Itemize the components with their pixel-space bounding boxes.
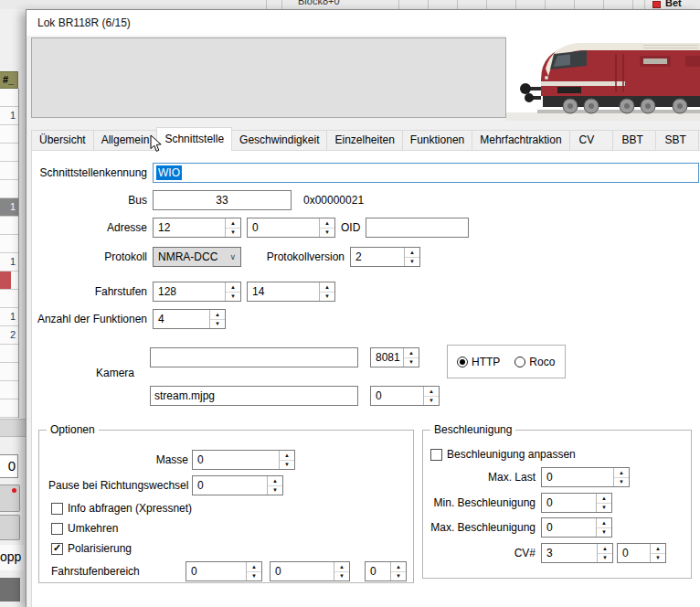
spinner-buttons[interactable]: ▲▼ — [267, 476, 282, 495]
tab-einzelheiten[interactable]: Einzelheiten — [326, 130, 402, 150]
spin-down-icon[interactable]: ▼ — [614, 478, 629, 487]
stop-button-fragment[interactable]: opp — [0, 545, 24, 570]
spin-down-icon[interactable]: ▼ — [391, 572, 406, 581]
spin-up-icon[interactable]: ▲ — [247, 562, 261, 572]
max-beschleunigung-spinner[interactable]: ▲▼ — [541, 517, 612, 538]
radio-http[interactable]: HTTP — [457, 356, 500, 368]
protokollversion-spinner[interactable]: ▲▼ — [350, 247, 420, 267]
spin-up-icon[interactable]: ▲ — [334, 562, 349, 572]
fahrstufenbereich-spinner-3[interactable]: ▲▼ — [365, 561, 407, 581]
cv-spinner-2[interactable]: ▲▼ — [617, 543, 666, 563]
pause-spinner[interactable]: ▲▼ — [192, 475, 283, 495]
table-row[interactable] — [0, 180, 18, 198]
spin-up-icon[interactable]: ▲ — [404, 348, 419, 358]
checkbox-polarisierung[interactable]: ✓ Polarisierung — [51, 541, 132, 556]
spinner-buttons[interactable]: ▲▼ — [225, 282, 240, 301]
table-row[interactable] — [0, 290, 18, 308]
dialog-titlebar[interactable]: Lok BR118R (6/15) — [27, 10, 700, 36]
spinner-buttons[interactable]: ▲▼ — [319, 282, 334, 301]
table-row[interactable] — [0, 345, 18, 363]
fahrstufenbereich-input-1[interactable] — [186, 562, 246, 580]
kennung-input[interactable]: WIO — [153, 163, 699, 183]
adresse2-spinner[interactable]: ▲▼ — [247, 218, 335, 238]
kamera-stream-port-spinner[interactable]: ▲▼ — [370, 386, 440, 406]
fahrstufenbereich-input-2[interactable] — [270, 562, 334, 580]
spinner-buttons[interactable]: ▲▼ — [209, 310, 225, 328]
table-row[interactable]: 1 — [0, 253, 18, 272]
masse-spinner[interactable]: ▲▼ — [192, 450, 295, 470]
fahrstufenbereich-input-3[interactable] — [366, 562, 390, 580]
max-last-input[interactable] — [542, 468, 613, 486]
spin-down-icon[interactable]: ▼ — [226, 293, 240, 302]
spinner-buttons[interactable]: ▲▼ — [403, 348, 419, 367]
spin-down-icon[interactable]: ▼ — [598, 554, 612, 563]
spin-down-icon[interactable]: ▼ — [247, 572, 261, 581]
tab-mehrfachtraktion[interactable]: Mehrfachtraktion — [472, 130, 569, 150]
spin-up-icon[interactable]: ▲ — [597, 494, 611, 504]
tab-bbt[interactable]: BBT — [612, 130, 656, 150]
spinner-buttons[interactable]: ▲▼ — [597, 544, 612, 562]
spin-up-icon[interactable]: ▲ — [268, 476, 282, 486]
anzahl-funktionen-input[interactable] — [154, 310, 209, 328]
table-row[interactable]: 2 — [0, 326, 18, 345]
kamera-url-input[interactable] — [150, 347, 358, 367]
anzahl-funktionen-spinner[interactable]: ▲▼ — [153, 309, 226, 329]
max-last-spinner[interactable]: ▲▼ — [541, 467, 630, 487]
spinner-buttons[interactable]: ▲▼ — [390, 562, 406, 580]
radio-roco[interactable]: Roco — [514, 356, 555, 368]
spin-up-icon[interactable]: ▲ — [598, 544, 612, 554]
table-row[interactable]: 1 — [0, 107, 18, 125]
adresse-spinner[interactable]: ▲▼ — [153, 218, 241, 238]
spin-up-icon[interactable]: ▲ — [614, 468, 629, 478]
spin-down-icon[interactable]: ▼ — [597, 504, 611, 513]
spin-down-icon[interactable]: ▼ — [210, 320, 225, 329]
tab-geschwindigkeit[interactable]: Geschwindigkeit — [231, 130, 327, 150]
checkbox-umkehren[interactable]: ✓ Umkehren — [51, 521, 118, 536]
spin-down-icon[interactable]: ▼ — [651, 554, 665, 563]
table-row[interactable] — [0, 144, 18, 162]
spinner-buttons[interactable]: ▲▼ — [596, 494, 611, 512]
tab-schnittstelle[interactable]: Schnittstelle — [156, 127, 232, 151]
table-row[interactable]: 1 — [0, 308, 18, 326]
fahrstufen2-input[interactable] — [248, 282, 319, 301]
background-button-1[interactable] — [0, 485, 20, 512]
cv-input-1[interactable] — [542, 544, 597, 562]
spin-up-icon[interactable]: ▲ — [320, 282, 334, 293]
tab-sbt[interactable]: SBT — [655, 130, 699, 150]
spinner-buttons[interactable]: ▲▼ — [279, 451, 294, 469]
max-beschleunigung-input[interactable] — [542, 518, 596, 537]
table-row[interactable] — [0, 162, 18, 180]
tab-übersicht[interactable]: Übersicht — [31, 130, 94, 150]
table-row[interactable] — [0, 363, 18, 381]
cv-input-2[interactable] — [618, 544, 650, 562]
spin-down-icon[interactable]: ▼ — [320, 293, 334, 302]
spin-up-icon[interactable]: ▲ — [391, 562, 406, 572]
table-row[interactable] — [0, 235, 18, 253]
checkbox-icon[interactable]: ✓ — [51, 543, 63, 555]
spinner-buttons[interactable]: ▲▼ — [246, 562, 261, 580]
kamera-port-input[interactable] — [371, 348, 403, 367]
min-beschleunigung-input[interactable] — [542, 494, 596, 512]
fahrstufen-spinner[interactable]: ▲▼ — [153, 282, 241, 302]
protokollversion-input[interactable] — [351, 248, 404, 266]
table-row[interactable] — [0, 89, 18, 107]
fahrstufenbereich-spinner-2[interactable]: ▲▼ — [270, 561, 350, 581]
spin-down-icon[interactable]: ▼ — [334, 572, 349, 581]
kamera-stream-port-input[interactable] — [371, 387, 423, 405]
tab-allgemein[interactable]: Allgemein — [93, 130, 158, 150]
spin-up-icon[interactable]: ▲ — [320, 218, 334, 229]
adresse2-input[interactable] — [248, 218, 319, 237]
spin-up-icon[interactable]: ▲ — [424, 387, 439, 397]
fahrstufenbereich-spinner-1[interactable]: ▲▼ — [186, 561, 262, 581]
spin-up-icon[interactable]: ▲ — [226, 282, 240, 293]
spin-up-icon[interactable]: ▲ — [280, 451, 294, 461]
spin-up-icon[interactable]: ▲ — [210, 310, 225, 320]
kamera-stream-input[interactable] — [150, 386, 358, 406]
table-row[interactable] — [0, 217, 18, 235]
checkbox-beschleunigung-anpassen[interactable]: ✓ Beschleunigung anpassen — [430, 447, 576, 462]
checkbox-icon[interactable]: ✓ — [51, 503, 63, 515]
bus-input[interactable] — [153, 190, 292, 210]
tab-cv[interactable]: CV — [569, 130, 613, 150]
spinner-buttons[interactable]: ▲▼ — [404, 248, 419, 266]
spin-up-icon[interactable]: ▲ — [405, 248, 419, 258]
